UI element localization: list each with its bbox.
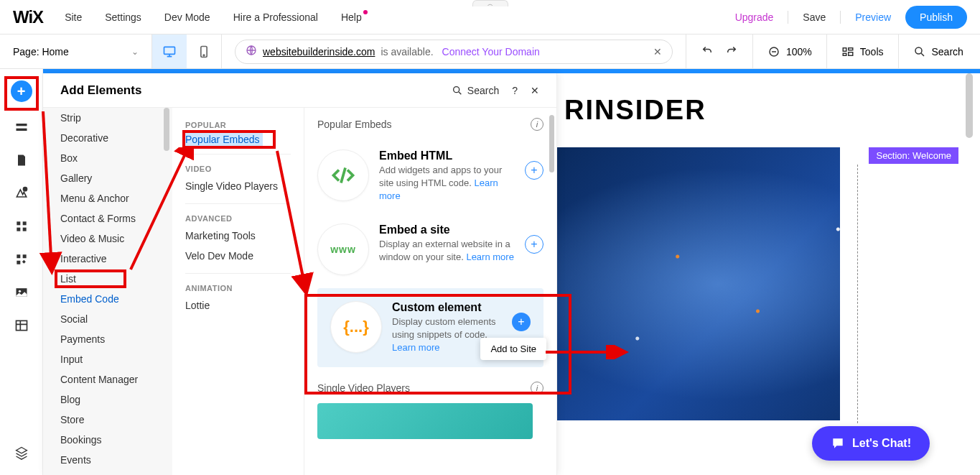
section-guide-line xyxy=(857,165,858,423)
domain-availability-bar[interactable]: websitebuilderinside.com is available. C… xyxy=(235,40,673,64)
panel-search[interactable]: Search xyxy=(452,85,499,96)
svg-rect-11 xyxy=(16,129,27,131)
category-payments[interactable]: Payments xyxy=(43,329,172,349)
panel-search-label: Search xyxy=(467,85,499,96)
category-video-music[interactable]: Video & Music xyxy=(43,229,172,249)
embed-site-row[interactable]: www Embed a site Display an external web… xyxy=(317,213,543,285)
chat-label: Let's Chat! xyxy=(852,437,911,450)
add-custom-button[interactable]: + xyxy=(512,313,531,331)
content-manager-icon[interactable] xyxy=(14,318,29,333)
category-interactive[interactable]: Interactive xyxy=(43,249,172,269)
close-panel-icon[interactable]: ✕ xyxy=(531,85,539,96)
menu-site[interactable]: Site xyxy=(65,11,82,23)
sub-single-video[interactable]: Single Video Players xyxy=(172,176,304,196)
design-icon[interactable] xyxy=(14,185,29,201)
domain-available-text: is available. xyxy=(381,46,433,57)
zoom-out-icon xyxy=(767,45,780,58)
category-strip[interactable]: Strip xyxy=(43,108,172,128)
mobile-view-tab[interactable] xyxy=(187,34,221,68)
scrollbar-thumb[interactable] xyxy=(549,115,554,172)
app-market-icon[interactable] xyxy=(14,252,29,267)
www-icon: www xyxy=(317,223,369,275)
sub-lottie[interactable]: Lottie xyxy=(172,295,304,315)
desktop-view-tab[interactable] xyxy=(152,34,187,68)
preview-button[interactable]: Preview xyxy=(855,11,891,23)
category-store[interactable]: Store xyxy=(43,410,172,430)
section-label[interactable]: Section: Welcome xyxy=(869,147,958,164)
help-icon[interactable]: ? xyxy=(512,85,518,96)
embeds-section-title: Popular Embeds xyxy=(317,119,392,130)
chat-button[interactable]: Let's Chat! xyxy=(812,426,930,461)
add-elements-button[interactable]: + xyxy=(11,80,32,102)
category-list[interactable]: List xyxy=(43,269,172,289)
editor-search[interactable]: Search xyxy=(899,34,978,68)
category-community[interactable]: Community xyxy=(43,470,172,475)
scrollbar-thumb[interactable] xyxy=(164,108,169,151)
svg-rect-0 xyxy=(164,47,175,54)
svg-rect-7 xyxy=(849,47,853,50)
svg-point-19 xyxy=(454,86,459,92)
video-player-thumbnail[interactable] xyxy=(317,403,533,439)
close-icon[interactable]: ✕ xyxy=(653,46,662,57)
embed-site-learn-more[interactable]: Learn more xyxy=(466,252,513,262)
sub-popular-embeds[interactable]: Popular Embeds xyxy=(182,132,263,147)
category-bookings[interactable]: Bookings xyxy=(43,430,172,450)
page-selector[interactable]: Page: Home ⌄ xyxy=(0,34,152,68)
sub-head-advanced: ADVANCED xyxy=(172,211,304,226)
zoom-value: 100% xyxy=(786,46,812,57)
svg-rect-15 xyxy=(22,228,26,231)
category-content-manager[interactable]: Content Manager xyxy=(43,369,172,389)
publish-button[interactable]: Publish xyxy=(905,6,967,29)
wix-logo[interactable]: WiX xyxy=(13,7,43,27)
sections-icon[interactable] xyxy=(14,119,29,135)
page-scrollbar[interactable] xyxy=(966,73,973,138)
sub-marketing-tools[interactable]: Marketing Tools xyxy=(172,226,304,246)
category-menu-anchor[interactable]: Menu & Anchor xyxy=(43,188,172,208)
upgrade-link[interactable]: Upgrade xyxy=(735,11,774,23)
add-site-button[interactable]: + xyxy=(525,235,543,254)
sub-velo-dev[interactable]: Velo Dev Mode xyxy=(172,246,304,266)
html-code-icon xyxy=(317,149,369,201)
category-input[interactable]: Input xyxy=(43,349,172,369)
category-blog[interactable]: Blog xyxy=(43,389,172,410)
top-menu: Site Settings Dev Mode Hire a Profession… xyxy=(65,11,362,23)
menu-dev-mode[interactable]: Dev Mode xyxy=(164,11,210,23)
redo-button[interactable] xyxy=(725,44,738,60)
category-box[interactable]: Box xyxy=(43,148,172,168)
info-icon[interactable]: i xyxy=(531,382,543,395)
save-button[interactable]: Save xyxy=(803,11,826,23)
sub-head-popular: POPULAR xyxy=(172,118,304,132)
menu-help[interactable]: Help xyxy=(341,11,362,23)
undo-button[interactable] xyxy=(701,44,714,60)
collapse-handle[interactable]: ︿ xyxy=(472,0,508,6)
category-events[interactable]: Events xyxy=(43,450,172,470)
category-list[interactable]: Strip Decorative Box Gallery Menu & Anch… xyxy=(43,108,172,475)
category-decorative[interactable]: Decorative xyxy=(43,128,172,148)
category-embed-code[interactable]: Embed Code xyxy=(43,289,172,309)
media-icon[interactable] xyxy=(14,285,29,300)
embed-custom-learn-more[interactable]: Learn more xyxy=(392,342,439,353)
info-icon[interactable]: i xyxy=(531,118,543,131)
desktop-icon xyxy=(162,45,177,59)
embed-site-title: Embed a site xyxy=(379,223,515,236)
add-html-button[interactable]: + xyxy=(525,161,543,180)
menu-settings[interactable]: Settings xyxy=(105,11,141,23)
layers-icon[interactable] xyxy=(14,445,29,461)
hero-image-section[interactable]: Section: Welcome xyxy=(557,147,958,420)
apps-icon[interactable] xyxy=(14,218,29,234)
editor-canvas[interactable]: RINSIDER Section: Welcome xyxy=(557,73,958,475)
category-social[interactable]: Social xyxy=(43,309,172,329)
category-gallery[interactable]: Gallery xyxy=(43,168,172,188)
pages-icon[interactable] xyxy=(14,152,29,168)
globe-icon xyxy=(246,45,257,58)
menu-hire[interactable]: Hire a Professional xyxy=(233,11,318,23)
add-to-site-tooltip: Add to Site xyxy=(480,338,546,360)
connect-domain-link[interactable]: Connect Your Domain xyxy=(442,46,540,57)
svg-rect-8 xyxy=(849,52,853,55)
custom-element-icon: {...} xyxy=(330,301,382,353)
embed-html-row[interactable]: Embed HTML Add widgets and apps to your … xyxy=(317,139,543,213)
search-label: Search xyxy=(932,46,963,57)
category-contact-forms[interactable]: Contact & Forms xyxy=(43,208,172,229)
tools-menu[interactable]: Tools xyxy=(827,34,899,68)
zoom-control[interactable]: 100% xyxy=(753,34,827,68)
